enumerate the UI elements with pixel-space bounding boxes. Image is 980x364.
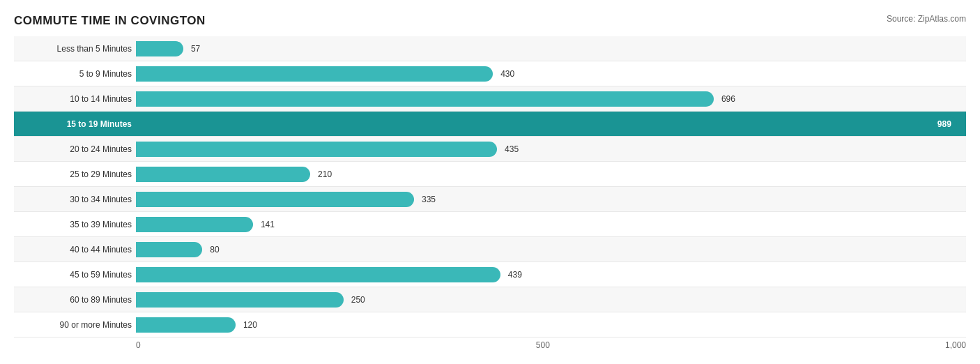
x-axis: 05001,000 [136,340,966,350]
bar-track: 435 [136,137,966,161]
bar-value: 335 [418,195,436,204]
bar-value: 439 [505,270,522,280]
bar-label: 25 to 29 Minutes [14,169,136,179]
bar-fill: 439 [136,267,500,282]
bar-row: 20 to 24 Minutes435 [14,137,966,162]
bar-label: 90 or more Minutes [14,320,136,330]
bar-label: 10 to 14 Minutes [14,94,136,104]
bar-label: 60 to 89 Minutes [14,295,136,305]
bar-track: 120 [136,312,966,337]
bar-track: 696 [136,86,966,111]
bar-row: 40 to 44 Minutes80 [14,237,966,262]
chart-body: Less than 5 Minutes575 to 9 Minutes43010… [14,36,966,338]
x-axis-label: 1,000 [945,340,966,350]
bar-label: 15 to 19 Minutes [14,119,136,129]
bar-value: 80 [206,245,219,255]
bar-fill: 80 [136,242,202,257]
x-axis-labels: 05001,000 [136,340,966,350]
bar-fill: 210 [136,167,310,182]
bar-track: 430 [136,61,966,86]
bar-label: 20 to 24 Minutes [14,144,136,154]
bar-track: 335 [136,187,966,211]
bar-fill: 120 [136,317,236,333]
bar-fill: 335 [136,192,414,207]
bar-label: 30 to 34 Minutes [14,195,136,204]
bar-track: 439 [136,262,966,287]
bar-row: 5 to 9 Minutes430 [14,61,966,86]
bar-label: Less than 5 Minutes [14,44,136,54]
bar-track: 80 [136,237,966,261]
bar-track: 989 [136,112,966,136]
bar-value: 210 [314,169,332,179]
bar-row: 90 or more Minutes120 [14,312,966,338]
bar-row: 10 to 14 Minutes696 [14,86,966,112]
bar-row: 15 to 19 Minutes989 [14,112,966,137]
bar-track: 57 [136,36,966,61]
bar-value: 989 [934,119,951,129]
bar-value: 696 [718,94,735,104]
bar-value: 141 [257,220,275,229]
bar-fill: 430 [136,66,493,82]
chart-header: COMMUTE TIME IN COVINGTON Source: ZipAtl… [14,14,966,28]
bar-row: 30 to 34 Minutes335 [14,187,966,212]
bar-row: Less than 5 Minutes57 [14,36,966,61]
bar-value: 250 [348,295,365,305]
bar-row: 45 to 59 Minutes439 [14,262,966,287]
chart-title: COMMUTE TIME IN COVINGTON [14,14,206,28]
bar-track: 210 [136,162,966,186]
bar-row: 60 to 89 Minutes250 [14,287,966,312]
x-axis-label: 0 [136,340,141,350]
bar-label: 40 to 44 Minutes [14,245,136,255]
bar-value: 430 [497,69,514,79]
bar-fill: 696 [136,91,714,107]
bar-track: 141 [136,212,966,236]
bar-fill: 141 [136,217,253,232]
bar-label: 5 to 9 Minutes [14,69,136,79]
bar-row: 25 to 29 Minutes210 [14,162,966,187]
chart-source: Source: ZipAtlas.com [887,14,966,24]
bar-row: 35 to 39 Minutes141 [14,212,966,237]
bar-fill: 435 [136,142,497,157]
bar-track: 250 [136,287,966,312]
bar-fill: 250 [136,292,344,308]
x-axis-label: 500 [536,340,550,350]
bar-fill: 989 [136,116,957,132]
bar-value: 57 [187,44,200,54]
bar-label: 35 to 39 Minutes [14,220,136,229]
chart-container: COMMUTE TIME IN COVINGTON Source: ZipAtl… [0,0,980,364]
bar-value: 435 [501,144,519,154]
bar-label: 45 to 59 Minutes [14,270,136,280]
bar-fill: 57 [136,41,183,56]
bar-value: 120 [240,320,257,330]
